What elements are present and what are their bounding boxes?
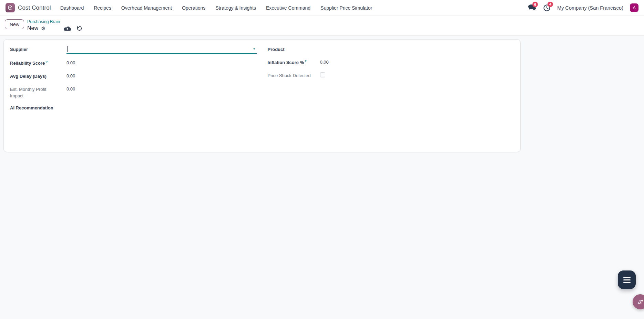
- form-sheet: Supplier ▼ Reliability Score? 0.00 Avg D…: [3, 39, 521, 152]
- floating-menu-button[interactable]: [618, 270, 636, 289]
- menu-overhead-management[interactable]: Overhead Management: [121, 5, 172, 11]
- breadcrumb: Purchasing Brain New ⚙: [27, 19, 82, 32]
- text-cursor: [67, 46, 68, 52]
- profit-impact-row: Est. Monthly Profit Impact 0.00: [10, 86, 257, 99]
- ai-recommendation-row: AI Recommendation: [10, 104, 257, 111]
- menu-supplier-price-simulator[interactable]: Supplier Price Simulator: [320, 5, 372, 11]
- messages-icon[interactable]: 6: [528, 4, 536, 11]
- help-question-icon[interactable]: ?: [305, 59, 307, 63]
- ai-recommendation-label: AI Recommendation: [10, 104, 67, 111]
- cloud-save-icon[interactable]: [63, 25, 71, 31]
- form-left-column: Supplier ▼ Reliability Score? 0.00 Avg D…: [10, 46, 257, 117]
- app-title: Cost Control: [18, 4, 51, 11]
- supplier-row: Supplier ▼: [10, 46, 257, 54]
- inflation-score-row: Inflation Score %? 0.00: [268, 59, 514, 66]
- inflation-score-value: 0.00: [320, 59, 329, 66]
- inflation-score-label: Inflation Score %?: [268, 59, 320, 66]
- avg-delay-value: 0.00: [67, 73, 75, 80]
- price-shock-checkbox: [320, 72, 325, 77]
- reliability-score-label: Reliability Score?: [10, 60, 67, 67]
- new-record-button[interactable]: New: [5, 19, 24, 29]
- main-menu: Dashboard Recipes Overhead Management Op…: [60, 5, 372, 11]
- form-right-column: Product Inflation Score %? 0.00 Price Sh…: [268, 46, 514, 117]
- price-shock-label: Price Shock Detected: [268, 72, 320, 79]
- supplier-label: Supplier: [10, 46, 67, 54]
- avg-delay-label: Avg Delay (Days): [10, 73, 67, 80]
- dev-tools-button[interactable]: </>: [633, 294, 644, 309]
- menu-executive-command[interactable]: Executive Command: [266, 5, 310, 11]
- menu-recipes[interactable]: Recipes: [94, 5, 111, 11]
- price-shock-row: Price Shock Detected: [268, 72, 514, 79]
- help-question-icon[interactable]: ?: [45, 60, 48, 64]
- activities-badge: 4: [548, 2, 553, 7]
- chevron-down-icon[interactable]: ▼: [253, 48, 256, 51]
- top-navbar: Cost Control Dashboard Recipes Overhead …: [0, 0, 644, 16]
- menu-dashboard[interactable]: Dashboard: [60, 5, 84, 11]
- app-cube-icon: [6, 3, 15, 12]
- product-field[interactable]: [320, 46, 514, 53]
- user-avatar[interactable]: A: [630, 3, 638, 12]
- avg-delay-row: Avg Delay (Days) 0.00: [10, 73, 257, 80]
- form-view-container: Supplier ▼ Reliability Score? 0.00 Avg D…: [0, 36, 644, 319]
- messages-badge: 6: [532, 2, 538, 7]
- reliability-score-row: Reliability Score? 0.00: [10, 60, 257, 67]
- menu-operations[interactable]: Operations: [182, 5, 205, 11]
- gear-icon[interactable]: ⚙: [41, 26, 45, 31]
- menu-strategy-insights[interactable]: Strategy & Insights: [215, 5, 256, 11]
- breadcrumb-current: New: [27, 25, 38, 31]
- profit-impact-label: Est. Monthly Profit Impact: [10, 86, 53, 99]
- code-icon: </>: [636, 298, 644, 306]
- reliability-score-value: 0.00: [67, 60, 75, 67]
- app-switcher[interactable]: Cost Control: [6, 3, 51, 12]
- supplier-input[interactable]: ▼: [67, 46, 257, 54]
- activities-clock-icon[interactable]: 4: [543, 4, 551, 12]
- profit-impact-value: 0.00: [67, 86, 75, 99]
- hamburger-icon: [623, 277, 631, 278]
- product-row: Product: [268, 46, 514, 53]
- breadcrumb-parent-link[interactable]: Purchasing Brain: [27, 19, 82, 24]
- product-label: Product: [268, 46, 320, 53]
- record-save-indicator: [63, 25, 82, 31]
- control-panel: New Purchasing Brain New ⚙: [0, 16, 644, 36]
- discard-undo-icon[interactable]: [76, 25, 82, 31]
- company-switcher[interactable]: My Company (San Francisco): [557, 5, 623, 11]
